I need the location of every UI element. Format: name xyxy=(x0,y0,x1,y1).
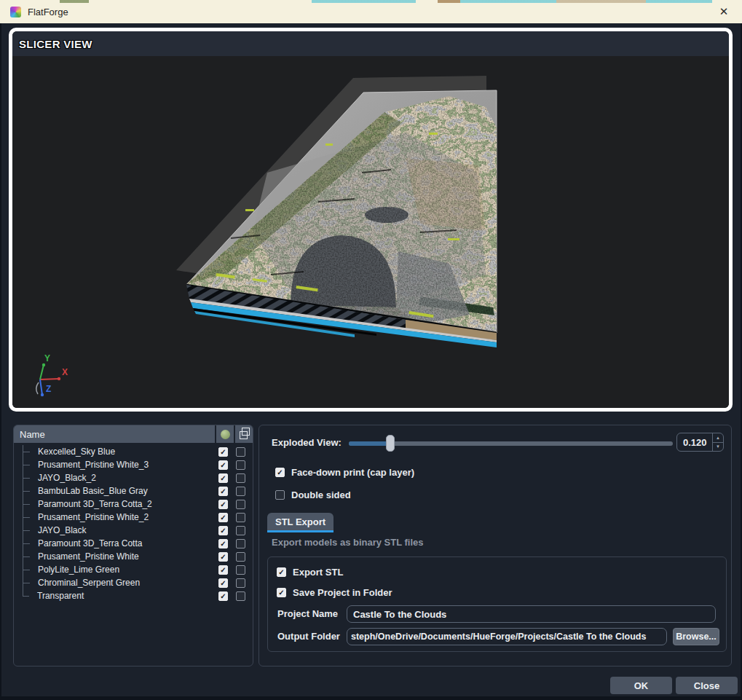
list-item[interactable]: Prusament_Pristine White_2✓ xyxy=(14,511,253,524)
flag-checkbox[interactable] xyxy=(236,447,245,457)
list-item[interactable]: JAYO_Black_2✓ xyxy=(14,471,253,484)
flag-checkbox[interactable] xyxy=(236,460,245,470)
terrain-model xyxy=(176,76,497,347)
slicer-view-header: SLICER VIEW xyxy=(12,31,729,56)
tab-stl-export[interactable]: STL Export xyxy=(267,513,333,532)
visible-checkbox[interactable]: ✓ xyxy=(218,487,228,496)
visible-checkbox[interactable]: ✓ xyxy=(218,513,228,522)
visible-column-header[interactable] xyxy=(216,425,234,443)
list-item[interactable]: Paramount 3D_Terra Cotta✓ xyxy=(14,537,253,550)
exploded-spinbox xyxy=(676,433,724,452)
ok-button[interactable]: OK xyxy=(610,677,672,694)
export-stl-checkbox[interactable]: ✓ xyxy=(277,567,286,577)
sphere-icon xyxy=(221,430,230,439)
slicer-3d-model: X Y Z xyxy=(12,56,729,407)
list-item[interactable]: Chrominal_Serpent Green✓ xyxy=(14,576,253,589)
title-bar[interactable]: FlatForge xyxy=(0,0,742,23)
visible-checkbox[interactable]: ✓ xyxy=(218,460,228,470)
window-close-button[interactable]: ✕ xyxy=(711,0,736,23)
flag-checkbox[interactable] xyxy=(236,473,245,483)
double-sided-label: Double sided xyxy=(291,489,351,500)
desktop-edge xyxy=(0,0,742,3)
filament-name: Prusament_Pristine White_2 xyxy=(33,512,218,522)
exploded-slider-track[interactable] xyxy=(349,441,673,446)
visible-checkbox[interactable]: ✓ xyxy=(218,552,228,562)
visible-checkbox[interactable]: ✓ xyxy=(218,591,228,601)
app-icon xyxy=(10,7,21,17)
visible-checkbox[interactable]: ✓ xyxy=(218,447,228,457)
export-stl-label: Export STL xyxy=(293,567,343,578)
slicer-3d-viewport[interactable]: X Y Z xyxy=(12,56,729,408)
output-folder-label: Output Folder xyxy=(277,628,340,645)
rotate-arc-icon xyxy=(36,382,39,394)
double-sided-row[interactable]: Double sided xyxy=(275,489,351,500)
filament-name: JAYO_Black xyxy=(33,525,218,535)
flag-checkbox[interactable] xyxy=(236,552,245,562)
flag-checkbox[interactable] xyxy=(236,578,245,588)
flag-checkbox[interactable] xyxy=(236,513,245,522)
flag-checkbox[interactable] xyxy=(236,539,245,548)
spin-up-icon[interactable] xyxy=(713,433,723,443)
face-down-checkbox[interactable]: ✓ xyxy=(275,468,285,477)
list-item[interactable]: Paramount 3D_Terra Cotta_2✓ xyxy=(14,498,253,511)
visible-checkbox[interactable]: ✓ xyxy=(218,500,228,509)
name-column-header[interactable]: Name xyxy=(14,425,215,443)
list-item[interactable]: Prusament_Pristine White_3✓ xyxy=(14,458,253,471)
filament-name: Prusament_Pristine White_3 xyxy=(33,460,218,470)
tree-branch-icon xyxy=(23,458,33,471)
list-item[interactable]: Kexcelled_Sky Blue✓ xyxy=(14,445,253,458)
window-title: FlatForge xyxy=(28,7,68,17)
axis-z-label: Z xyxy=(46,384,51,394)
stl-export-group: ✓ Export STL ✓ Save Project in Folder Pr… xyxy=(267,557,727,652)
flag-checkbox[interactable] xyxy=(236,487,245,496)
tree-branch-icon xyxy=(23,484,33,498)
visible-checkbox[interactable]: ✓ xyxy=(218,539,228,548)
visible-checkbox[interactable]: ✓ xyxy=(218,565,228,575)
filament-list-header: Name xyxy=(14,425,253,443)
visible-checkbox[interactable]: ✓ xyxy=(218,578,228,588)
exploded-view-label: Exploded View: xyxy=(272,437,342,448)
list-item[interactable]: PolyLite_Lime Green✓ xyxy=(14,563,253,576)
visible-checkbox[interactable]: ✓ xyxy=(218,473,228,483)
tree-branch-icon xyxy=(23,498,33,511)
filament-list-panel: Name Kexcelled_Sky Blue✓Prusament_Pristi… xyxy=(13,425,253,666)
browse-button[interactable]: Browse... xyxy=(673,628,719,645)
list-item[interactable]: Prusament_Pristine White✓ xyxy=(14,550,253,563)
stl-export-description: Export models as binary STL files xyxy=(272,537,424,548)
flag-checkbox[interactable] xyxy=(236,565,245,575)
double-sided-checkbox[interactable] xyxy=(275,490,285,500)
save-project-checkbox[interactable]: ✓ xyxy=(277,588,286,597)
filament-name: Paramount 3D_Terra Cotta xyxy=(33,538,218,548)
filament-name: JAYO_Black_2 xyxy=(33,473,218,483)
filament-name: Prusament_Pristine White xyxy=(33,551,218,562)
exploded-slider-handle[interactable] xyxy=(386,435,395,452)
tree-branch-icon xyxy=(23,537,33,550)
export-stl-row[interactable]: ✓ Export STL xyxy=(277,567,343,578)
visible-checkbox[interactable]: ✓ xyxy=(218,526,228,535)
close-button[interactable]: Close xyxy=(676,677,738,694)
layers-icon xyxy=(240,431,248,439)
face-down-label: Face-down print (cap layer) xyxy=(291,467,414,478)
face-down-row[interactable]: ✓ Face-down print (cap layer) xyxy=(275,467,414,478)
tree-branch-icon xyxy=(23,471,33,484)
tree-branch-icon xyxy=(23,589,32,602)
spin-down-icon[interactable] xyxy=(713,443,723,452)
exploded-value-input[interactable] xyxy=(677,433,712,451)
list-item[interactable]: JAYO_Black✓ xyxy=(14,524,253,537)
save-project-row[interactable]: ✓ Save Project in Folder xyxy=(277,587,392,598)
list-item[interactable]: BambuLab Basic_Blue Gray✓ xyxy=(14,484,253,498)
filament-list: Kexcelled_Sky Blue✓Prusament_Pristine Wh… xyxy=(14,443,253,602)
axis-gizmo: X Y Z xyxy=(36,353,68,396)
flag-checkbox[interactable] xyxy=(236,526,245,535)
project-name-input[interactable] xyxy=(347,605,716,623)
filament-name: BambuLab Basic_Blue Gray xyxy=(33,486,218,496)
stack-column-header[interactable] xyxy=(235,425,253,443)
output-folder-input[interactable] xyxy=(347,628,667,645)
exploded-slider-fill xyxy=(349,441,390,446)
filament-name: Chrominal_Serpent Green xyxy=(33,578,218,588)
slicer-view-panel: SLICER VIEW xyxy=(9,28,733,412)
list-item[interactable]: Transparent✓ xyxy=(14,589,253,602)
filament-name: Transparent xyxy=(32,591,218,601)
flag-checkbox[interactable] xyxy=(236,500,245,509)
flag-checkbox[interactable] xyxy=(236,591,245,601)
